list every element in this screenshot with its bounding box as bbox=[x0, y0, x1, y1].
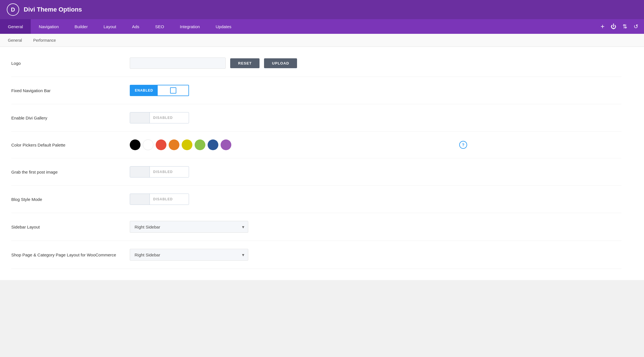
nav-item-seo[interactable]: SEO bbox=[147, 19, 172, 34]
add-icon-btn[interactable]: + bbox=[601, 23, 605, 30]
nav-item-general[interactable]: General bbox=[0, 19, 31, 34]
nav-item-integration[interactable]: Integration bbox=[172, 19, 208, 34]
color-swatch-orange[interactable] bbox=[169, 139, 179, 150]
color-palette-control: ? bbox=[130, 139, 621, 150]
nav-item-ads[interactable]: Ads bbox=[124, 19, 147, 34]
color-swatch-green[interactable] bbox=[195, 139, 205, 150]
nav-item-updates[interactable]: Updates bbox=[208, 19, 239, 34]
setting-row-shop-page-layout: Shop Page & Category Page Layout for Woo… bbox=[11, 241, 621, 269]
app-title: Divi Theme Options bbox=[24, 6, 82, 13]
setting-row-divi-gallery: Enable Divi Gallery DISABLED bbox=[11, 104, 621, 132]
logo-control: RESET UPLOAD bbox=[130, 57, 297, 69]
blog-style-control: DISABLED bbox=[130, 194, 189, 205]
shop-page-layout-wrapper: Left Sidebar Right Sidebar No Sidebar ▾ bbox=[130, 249, 248, 261]
divi-gallery-control: DISABLED bbox=[130, 112, 189, 123]
undo-icon-btn[interactable]: ↺ bbox=[634, 24, 638, 29]
setting-row-grab-post-image: Grab the first post image DISABLED bbox=[11, 158, 621, 186]
app-header: D Divi Theme Options bbox=[0, 0, 644, 19]
fixed-nav-label: Fixed Navigation Bar bbox=[11, 88, 118, 93]
toggle-disabled-label-blog: DISABLED bbox=[150, 197, 189, 201]
sidebar-layout-label: Sidebar Layout bbox=[11, 225, 118, 229]
color-swatch-black[interactable] bbox=[130, 139, 140, 150]
color-swatch-blue[interactable] bbox=[208, 139, 218, 150]
grab-post-image-label: Grab the first post image bbox=[11, 170, 118, 174]
color-swatch-red[interactable] bbox=[156, 139, 166, 150]
setting-row-fixed-nav: Fixed Navigation Bar ENABLED bbox=[11, 77, 621, 104]
grab-post-image-toggle[interactable]: DISABLED bbox=[130, 166, 189, 178]
help-icon[interactable]: ? bbox=[459, 141, 467, 149]
sort-icon-btn[interactable]: ⇅ bbox=[623, 24, 627, 29]
toggle-off-space-2 bbox=[130, 167, 150, 177]
sub-item-general[interactable]: General bbox=[2, 34, 28, 46]
setting-row-sidebar-layout: Sidebar Layout Left Sidebar Right Sideba… bbox=[11, 213, 621, 241]
divi-gallery-toggle[interactable]: DISABLED bbox=[130, 112, 189, 123]
shop-page-layout-control: Left Sidebar Right Sidebar No Sidebar ▾ bbox=[130, 249, 248, 261]
power-icon-btn[interactable]: ⏻ bbox=[611, 24, 616, 29]
nav-item-navigation[interactable]: Navigation bbox=[31, 19, 67, 34]
logo-label: Logo bbox=[11, 61, 118, 66]
grab-post-image-control: DISABLED bbox=[130, 166, 189, 178]
sidebar-layout-wrapper: Left Sidebar Right Sidebar No Sidebar ▾ bbox=[130, 221, 248, 233]
toggle-enabled-label: ENABLED bbox=[130, 85, 158, 96]
setting-row-color-palette: Color Pickers Default Palette ? bbox=[11, 132, 621, 158]
toggle-off-space bbox=[130, 112, 150, 123]
nav-item-builder[interactable]: Builder bbox=[67, 19, 96, 34]
content-area: Logo RESET UPLOAD Fixed Navigation Bar E… bbox=[0, 47, 644, 280]
fixed-nav-control: ENABLED bbox=[130, 85, 189, 96]
toggle-disabled-label-gallery: DISABLED bbox=[150, 116, 189, 120]
blog-style-toggle[interactable]: DISABLED bbox=[130, 194, 189, 205]
shop-page-layout-label: Shop Page & Category Page Layout for Woo… bbox=[11, 252, 118, 258]
reset-button[interactable]: RESET bbox=[230, 58, 260, 68]
sidebar-layout-select[interactable]: Left Sidebar Right Sidebar No Sidebar bbox=[130, 221, 248, 233]
color-swatch-yellow[interactable] bbox=[182, 139, 192, 150]
color-swatch-purple[interactable] bbox=[221, 139, 231, 150]
upload-button[interactable]: UPLOAD bbox=[264, 58, 297, 68]
main-nav: General Navigation Builder Layout Ads SE… bbox=[0, 19, 644, 34]
setting-row-logo: Logo RESET UPLOAD bbox=[11, 50, 621, 77]
toggle-thumb-on bbox=[170, 87, 176, 94]
nav-item-layout[interactable]: Layout bbox=[96, 19, 124, 34]
divi-gallery-label: Enable Divi Gallery bbox=[11, 116, 118, 120]
nav-icons: + ⏻ ⇅ ↺ bbox=[595, 19, 644, 34]
blog-style-label: Blog Style Mode bbox=[11, 197, 118, 202]
toggle-switch-area bbox=[158, 85, 188, 96]
app-logo-circle: D bbox=[7, 3, 19, 16]
toggle-disabled-label-post: DISABLED bbox=[150, 170, 189, 174]
sub-item-performance[interactable]: Performance bbox=[28, 34, 61, 46]
shop-page-layout-select[interactable]: Left Sidebar Right Sidebar No Sidebar bbox=[130, 249, 248, 261]
logo-input[interactable] bbox=[130, 57, 226, 69]
color-swatch-white[interactable] bbox=[143, 139, 153, 150]
fixed-nav-toggle[interactable]: ENABLED bbox=[130, 85, 189, 96]
sub-nav: General Performance bbox=[0, 34, 644, 47]
color-palette-label: Color Pickers Default Palette bbox=[11, 143, 118, 147]
toggle-off-space-3 bbox=[130, 194, 150, 205]
sidebar-layout-control: Left Sidebar Right Sidebar No Sidebar ▾ bbox=[130, 221, 248, 233]
setting-row-blog-style: Blog Style Mode DISABLED bbox=[11, 186, 621, 213]
